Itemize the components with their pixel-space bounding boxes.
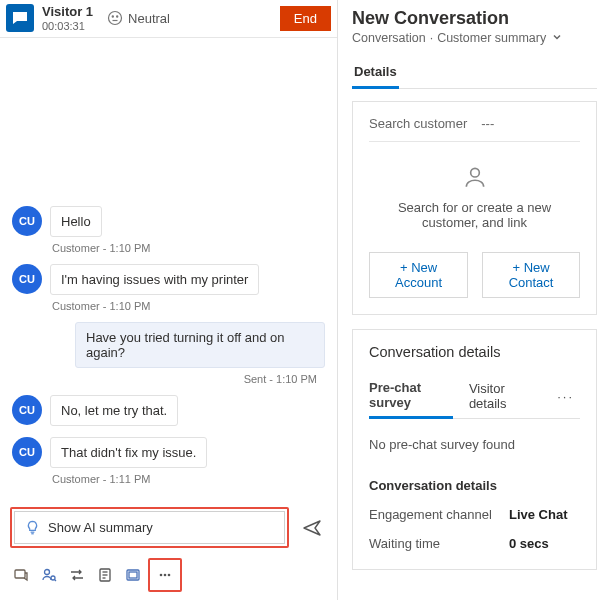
message-row: CU Hello <box>12 206 325 237</box>
message-row: CU I'm having issues with my printer <box>12 264 325 295</box>
message-bubble: I'm having issues with my printer <box>50 264 259 295</box>
sentiment-indicator: Neutral <box>107 10 170 26</box>
message-bubble: Hello <box>50 206 102 237</box>
tabs-overflow-button[interactable]: ··· <box>551 386 580 407</box>
customer-card: Search customer --- Search for or create… <box>352 101 597 315</box>
transfer-icon <box>69 567 85 583</box>
ai-summary-label: Show AI summary <box>48 520 153 535</box>
customer-avatar: CU <box>12 437 42 467</box>
transfer-button[interactable] <box>64 562 90 588</box>
message-meta: Customer - 1:11 PM <box>52 473 325 485</box>
details-tabs: Details <box>352 57 597 89</box>
new-account-button[interactable]: + New Account <box>369 252 468 298</box>
quick-reply-button[interactable] <box>8 562 34 588</box>
neutral-face-icon <box>107 10 123 26</box>
conversation-details-card: Conversation details Pre-chat survey Vis… <box>352 329 597 570</box>
chat-toolbar <box>0 554 337 600</box>
waiting-value: 0 secs <box>509 536 549 551</box>
customer-avatar: CU <box>12 264 42 294</box>
waiting-label: Waiting time <box>369 536 509 551</box>
ai-summary-highlight: Show AI summary <box>10 507 289 548</box>
person-icon <box>462 164 488 190</box>
breadcrumb-separator: · <box>430 31 433 45</box>
page-title: New Conversation <box>352 8 597 29</box>
quick-reply-icon <box>13 567 29 583</box>
lightbulb-icon <box>25 520 40 535</box>
tab-details[interactable]: Details <box>352 57 399 89</box>
customer-avatar: CU <box>12 395 42 425</box>
search-customer-label: Search customer <box>369 116 467 131</box>
chat-panel: Visitor 1 00:03:31 Neutral End CU Hello … <box>0 0 338 600</box>
svg-line-9 <box>55 580 57 582</box>
message-meta: Customer - 1:10 PM <box>52 242 325 254</box>
svg-point-2 <box>117 16 118 17</box>
conversation-inner-tabs: Pre-chat survey Visitor details ··· <box>369 374 580 419</box>
svg-point-16 <box>160 574 163 577</box>
visitor-name: Visitor 1 <box>42 4 93 20</box>
breadcrumb: Conversation · Customer summary <box>352 31 597 45</box>
message-row: CU No, let me try that. <box>12 395 325 426</box>
svg-rect-6 <box>15 570 25 578</box>
note-icon <box>97 567 113 583</box>
tab-visitor-details[interactable]: Visitor details <box>469 375 535 417</box>
kv-waiting: Waiting time 0 secs <box>369 536 580 551</box>
new-contact-button[interactable]: + New Contact <box>482 252 580 298</box>
chat-channel-icon <box>6 4 34 32</box>
svg-point-19 <box>470 168 479 177</box>
svg-point-7 <box>45 570 50 575</box>
message-list: CU Hello Customer - 1:10 PM CU I'm havin… <box>0 38 337 501</box>
customer-avatar: CU <box>12 206 42 236</box>
ellipsis-icon <box>157 567 173 583</box>
person-search-icon <box>41 567 57 583</box>
customer-summary-panel: New Conversation Conversation · Customer… <box>338 0 611 600</box>
customer-actions: + New Account + New Contact <box>369 252 580 298</box>
consult-button[interactable] <box>36 562 62 588</box>
conversation-details-title: Conversation details <box>369 344 580 360</box>
message-row: Have you tried turning it off and on aga… <box>12 322 325 368</box>
sentiment-label: Neutral <box>128 11 170 26</box>
svg-rect-15 <box>129 572 137 578</box>
svg-point-0 <box>109 12 122 25</box>
chevron-down-icon[interactable] <box>552 31 562 45</box>
compose-row: Show AI summary <box>0 501 337 554</box>
message-meta: Sent - 1:10 PM <box>12 373 317 385</box>
no-prechat-text: No pre-chat survey found <box>369 437 580 452</box>
svg-point-17 <box>164 574 167 577</box>
message-meta: Customer - 1:10 PM <box>52 300 325 312</box>
message-bubble: That didn't fix my issue. <box>50 437 207 468</box>
search-customer-value: --- <box>481 116 494 131</box>
conversation-details-subheading: Conversation details <box>369 478 580 493</box>
breadcrumb-summary[interactable]: Customer summary <box>437 31 546 45</box>
show-ai-summary-button[interactable]: Show AI summary <box>14 511 285 544</box>
visitor-info: Visitor 1 00:03:31 <box>42 4 93 33</box>
breadcrumb-conversation: Conversation <box>352 31 426 45</box>
more-actions-button[interactable] <box>152 562 178 588</box>
notes-button[interactable] <box>92 562 118 588</box>
customer-hint: Search for or create a new customer, and… <box>369 200 580 230</box>
search-customer-row[interactable]: Search customer --- <box>369 116 580 142</box>
visitor-timer: 00:03:31 <box>42 20 93 33</box>
send-button[interactable] <box>297 513 327 543</box>
kb-button[interactable] <box>120 562 146 588</box>
svg-point-8 <box>51 576 55 580</box>
kv-engagement: Engagement channel Live Chat <box>369 507 580 522</box>
customer-empty-icon-wrap <box>369 164 580 190</box>
send-icon <box>303 519 321 537</box>
message-row: CU That didn't fix my issue. <box>12 437 325 468</box>
more-highlight <box>148 558 182 592</box>
engagement-label: Engagement channel <box>369 507 509 522</box>
message-bubble: No, let me try that. <box>50 395 178 426</box>
tab-prechat-survey[interactable]: Pre-chat survey <box>369 374 453 419</box>
engagement-value: Live Chat <box>509 507 568 522</box>
end-button[interactable]: End <box>280 6 331 31</box>
knowledge-icon <box>125 567 141 583</box>
svg-point-18 <box>168 574 171 577</box>
svg-point-1 <box>112 16 113 17</box>
chat-header: Visitor 1 00:03:31 Neutral End <box>0 0 337 38</box>
message-bubble: Have you tried turning it off and on aga… <box>75 322 325 368</box>
